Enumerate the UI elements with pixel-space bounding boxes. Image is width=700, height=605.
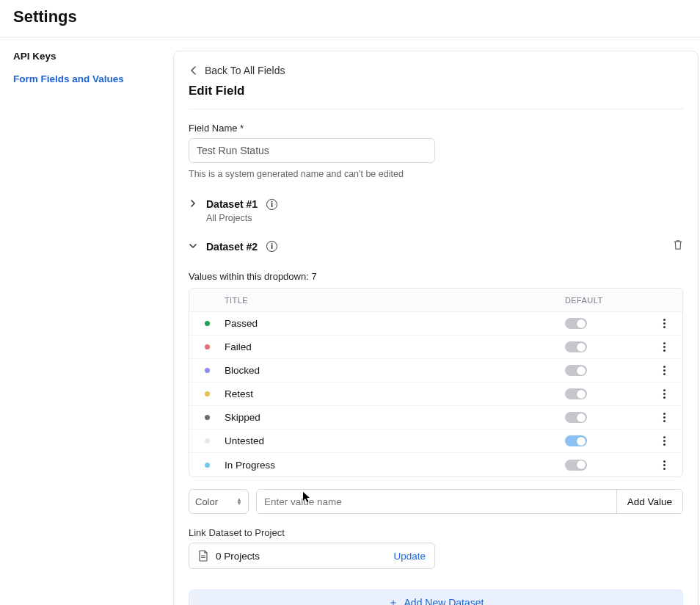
col-default-header: DEFAULT [565,296,646,305]
value-name-input[interactable] [257,490,616,513]
table-row: Blocked [189,359,682,383]
edit-field-title: Edit Field [189,84,683,109]
dataset-1-title: Dataset #1 [206,198,258,210]
chevron-down-icon [189,242,199,252]
dataset-1-header[interactable]: Dataset #1 i [189,198,683,210]
layout: API Keys Form Fields and Values Back To … [0,37,700,605]
row-title: Untested [225,435,565,446]
link-projects-count: 0 Projects [216,551,260,562]
add-value-row: Color ▲▼ Add Value [189,489,683,514]
back-link[interactable]: Back To All Fields [189,65,683,76]
row-menu-button[interactable] [660,316,668,331]
info-icon[interactable]: i [266,241,277,252]
color-dot [205,391,210,396]
row-menu-button[interactable] [660,457,668,473]
chevron-right-icon [189,199,199,209]
row-title: Skipped [225,412,565,423]
col-title-header: TITLE [225,296,565,305]
add-value-button[interactable]: Add Value [616,490,682,513]
plus-icon: ＋ [388,596,398,605]
dataset-2-header[interactable]: Dataset #2 i [189,239,683,253]
chevron-left-icon [189,65,199,76]
row-menu-button[interactable] [660,386,668,402]
value-input-group: Add Value [256,489,683,514]
default-toggle[interactable] [565,318,587,329]
row-title: Blocked [225,365,565,376]
default-toggle[interactable] [565,435,587,446]
color-select[interactable]: Color ▲▼ [189,489,249,514]
title-divider [189,109,683,109]
color-dot [205,438,210,443]
update-link-button[interactable]: Update [393,551,426,562]
add-new-dataset-button[interactable]: ＋ Add New Dataset [189,590,683,605]
link-dataset-label: Link Dataset to Project [189,527,683,538]
values-table: TITLE DEFAULT PassedFailedBlockedRetestS… [189,288,683,477]
table-row: Passed [189,312,682,336]
dataset-2-title: Dataset #2 [206,241,258,253]
main-card: Back To All Fields Edit Field Field Name… [173,51,699,605]
dataset-1-subtitle: All Projects [206,213,683,223]
row-menu-button[interactable] [660,363,668,378]
default-toggle[interactable] [565,460,587,471]
add-new-dataset-label: Add New Dataset [404,597,484,605]
sidebar-item-form-fields[interactable]: Form Fields and Values [13,73,160,84]
table-row: Untested [189,430,682,453]
sidebar: API Keys Form Fields and Values [0,37,173,605]
default-toggle[interactable] [565,412,587,423]
color-dot [205,344,210,349]
link-dataset-box: 0 Projects Update [189,543,435,569]
color-select-label: Color [195,496,218,507]
row-title: In Progress [225,460,565,471]
color-dot [205,321,210,326]
document-icon [198,550,208,562]
delete-dataset-button[interactable] [673,239,683,253]
default-toggle[interactable] [565,365,587,376]
row-title: Retest [225,388,565,399]
values-count-label: Values within this dropdown: 7 [189,271,683,282]
table-row: In Progress [189,453,682,477]
color-dot [205,368,210,373]
row-menu-button[interactable] [660,433,668,449]
back-link-label: Back To All Fields [205,65,285,76]
field-name-input [189,138,435,163]
table-row: Skipped [189,406,682,430]
page-title: Settings [0,0,700,37]
field-name-helper: This is a system generated name and can'… [189,169,683,179]
sidebar-item-api-keys[interactable]: API Keys [13,51,160,62]
table-row: Retest [189,383,682,406]
table-row: Failed [189,336,682,359]
default-toggle[interactable] [565,388,587,399]
color-dot [205,415,210,420]
color-dot [205,463,210,468]
field-name-label: Field Name * [189,123,683,134]
row-title: Failed [225,341,565,352]
default-toggle[interactable] [565,341,587,352]
row-menu-button[interactable] [660,339,668,355]
row-menu-button[interactable] [660,410,668,425]
values-table-header: TITLE DEFAULT [189,289,682,312]
info-icon[interactable]: i [266,199,277,210]
row-title: Passed [225,318,565,329]
select-updown-icon: ▲▼ [236,498,242,505]
